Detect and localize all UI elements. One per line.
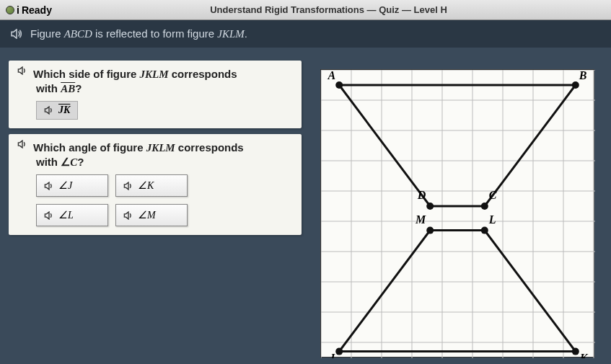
svg-text:K: K [579, 352, 588, 358]
speaker-icon[interactable] [44, 106, 54, 115]
questions-panel: Which side of figure JKLM corresponds wi… [0, 48, 310, 361]
svg-point-31 [426, 227, 434, 234]
question-2-line1: Which angle of figure JKLM corresponds [33, 140, 244, 156]
option-angle-l[interactable]: ∠L [36, 204, 108, 226]
intro-text: Figure ABCD is reflected to form figure … [30, 27, 247, 40]
svg-point-22 [335, 81, 343, 89]
svg-point-33 [480, 227, 488, 234]
question-1-line1: Which side of figure JKLM corresponds [33, 66, 237, 82]
geometry-diagram: ABCDMLKJ [320, 69, 594, 358]
question-1-header: Which side of figure JKLM corresponds [17, 66, 293, 82]
question-1-line2: with AB? [36, 82, 293, 95]
intro-bar: Figure ABCD is reflected to form figure … [0, 20, 611, 48]
speaker-icon[interactable] [10, 29, 23, 39]
brand-prefix: i [17, 4, 19, 16]
option-label: ∠M [138, 209, 156, 221]
svg-point-26 [480, 203, 488, 210]
logo-dot-icon [6, 6, 14, 14]
q1-answer-display: JK [36, 101, 78, 120]
q2-options: ∠J ∠K ∠L ∠M [36, 174, 293, 226]
svg-text:A: A [327, 70, 335, 81]
speaker-icon [44, 211, 54, 220]
svg-point-24 [571, 81, 579, 89]
svg-text:B: B [578, 70, 586, 81]
speaker-icon [123, 211, 133, 220]
question-1: Which side of figure JKLM corresponds wi… [9, 61, 302, 128]
q1-answer-text: JK [58, 105, 70, 116]
svg-text:M: M [414, 213, 426, 226]
svg-point-35 [571, 348, 579, 355]
speaker-icon[interactable] [17, 66, 27, 75]
svg-text:C: C [488, 189, 496, 201]
brand-suffix: Ready [22, 4, 52, 16]
option-angle-m[interactable]: ∠M [115, 204, 188, 226]
svg-text:J: J [328, 352, 335, 358]
option-label: ∠L [58, 209, 74, 221]
speaker-icon [123, 182, 133, 190]
page-title: Understand Rigid Transformations — Quiz … [52, 4, 605, 15]
brand-logo: iReady [6, 4, 52, 16]
diagram-panel: ABCDMLKJ [310, 48, 611, 361]
question-2-line2: with ∠C? [36, 156, 293, 169]
content-area: Which side of figure JKLM corresponds wi… [0, 48, 611, 361]
question-2: Which angle of figure JKLM corresponds w… [9, 134, 302, 235]
option-label: ∠J [58, 179, 72, 192]
svg-point-37 [335, 348, 343, 355]
option-label: ∠K [138, 179, 154, 192]
speaker-icon [44, 182, 54, 190]
svg-marker-30 [339, 231, 576, 352]
svg-text:D: D [416, 189, 426, 201]
app-header: iReady Understand Rigid Transformations … [0, 0, 611, 20]
question-2-header: Which angle of figure JKLM corresponds [17, 140, 293, 156]
option-angle-k[interactable]: ∠K [115, 174, 188, 197]
svg-text:L: L [488, 213, 496, 226]
speaker-icon[interactable] [17, 140, 27, 148]
option-angle-j[interactable]: ∠J [36, 174, 108, 197]
svg-point-28 [426, 203, 434, 210]
svg-marker-21 [339, 85, 576, 206]
